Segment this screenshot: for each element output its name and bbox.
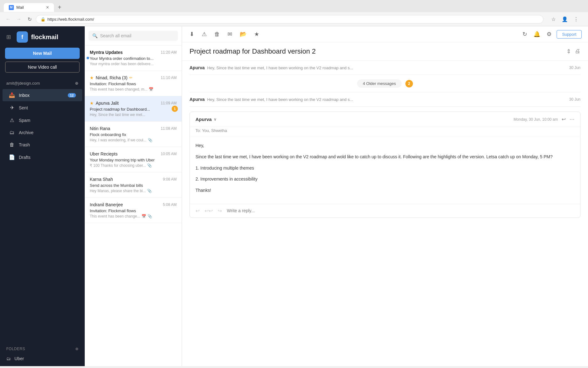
sidebar-item-inbox[interactable]: 📥 Inbox 12 (3, 89, 82, 101)
url-bar[interactable]: 🔒 https://web.flockmail.com/ (36, 15, 543, 24)
message-header: Apurva ∨ Monday, 30 Jun, 10:00 am ↩ ⋯ (190, 112, 580, 127)
tab-close-button[interactable]: × (46, 5, 49, 10)
archive-toolbar-icon[interactable]: ⬇ (188, 29, 195, 39)
email-item-header: Uber Reciepts 10:05 AM (90, 151, 177, 156)
sidebar-buttons: New Mail New Video call (0, 48, 85, 78)
search-box[interactable]: 🔍 (88, 31, 178, 41)
email-item[interactable]: Uber Reciepts 10:05 AM Your Monday morni… (85, 147, 182, 172)
email-sender: ★ Apurva Jalit (90, 101, 119, 106)
support-button[interactable]: Support (557, 30, 582, 39)
email-item[interactable]: ★ Apurva Jalit 11:09 AM Project roadmap … (85, 96, 182, 122)
email-time: 5:08 AM (163, 202, 177, 207)
refresh-toolbar-icon[interactable]: ↻ (521, 29, 528, 39)
email-item[interactable]: Karna Shah 9:08 AM Send across the Mumba… (85, 172, 182, 198)
tab-title: Mail (16, 5, 24, 10)
thread-summary-2: Apurva Hey, Since the last time we met, … (190, 92, 580, 107)
delete-toolbar-icon[interactable]: 🗑 (213, 30, 221, 39)
email-item[interactable]: Myntra Updates 11:20 AM Your Myntra orde… (85, 45, 182, 71)
sender-dropdown-icon[interactable]: ∨ (214, 117, 216, 122)
email-sender: Indranil Banerjee (90, 202, 123, 207)
nav-refresh-button[interactable]: ↻ (25, 15, 34, 24)
star-icon: ★ (90, 101, 94, 106)
email-subject: Send across the Mumbai bills (90, 183, 177, 188)
email-sender: Karna Shah (90, 177, 113, 182)
email-item[interactable]: Nitin Rana 11:08 AM Flock onboarding fix… (85, 122, 182, 147)
reply-icon[interactable]: ↩ (562, 116, 566, 122)
inbox-badge: 12 (68, 93, 76, 97)
folder-toolbar-icon[interactable]: 📂 (238, 29, 248, 39)
url-text: https://web.flockmail.com/ (47, 17, 94, 22)
reply-all-icon[interactable]: ↩↩ (205, 208, 213, 214)
folder-icon: 🗂 (6, 356, 11, 361)
forward-icon[interactable]: ↪ (218, 208, 222, 214)
email-item[interactable]: Indranil Banerjee 5:08 AM Invitation: Fl… (85, 198, 182, 223)
grid-icon[interactable]: ⊞ (6, 34, 11, 40)
sidebar-item-spam[interactable]: ⚠ Spam (3, 114, 82, 126)
bell-toolbar-icon[interactable]: 🔔 (532, 29, 542, 39)
nav-forward-button[interactable]: → (14, 15, 23, 24)
bookmark-button[interactable]: ☆ (549, 15, 558, 24)
new-video-button[interactable]: New Video call (5, 61, 80, 73)
email-preview: Hey, Since the last time we met... (90, 113, 177, 117)
sent-icon: ✈ (9, 105, 15, 111)
email-preview: Hey Manas, please share the bi... 📎 (90, 189, 177, 193)
settings-toolbar-icon[interactable]: ⚙ (545, 29, 553, 39)
mail-toolbar-icon[interactable]: ✉ (226, 29, 233, 39)
email-item-header: Nitin Rana 11:08 AM (90, 126, 177, 131)
edit-icon[interactable]: ✏ (129, 76, 132, 80)
sidebar-nav: 📥 Inbox 12 ✈ Sent ⚠ Spam 🗂 Archive 🗑 Tra… (0, 89, 85, 342)
older-messages-button[interactable]: 4 Older messages (357, 79, 402, 88)
add-folder-icon[interactable]: ⊕ (75, 347, 79, 351)
email-subject: Your Monday morning trip with Uber (90, 158, 177, 162)
sidebar-account: amit@jdesign.com ⊕ (0, 78, 85, 89)
email-subject: Project roadmap for Dashboard... (90, 107, 177, 112)
email-item[interactable]: ★ Ninad, Richa (3) ✏ 11:10 AM Invitation… (85, 71, 182, 96)
sidebar-item-trash[interactable]: 🗑 Trash (3, 139, 82, 151)
message-body-content: Since the last time we met, I have been … (195, 153, 575, 161)
search-input[interactable] (100, 33, 174, 38)
nav-back-button[interactable]: ← (4, 15, 13, 24)
email-detail: ⬇ ⚠ 🗑 ✉ 📂 ★ ↻ 🔔 ⚙ Support Project roadma… (182, 26, 588, 366)
more-options-icon[interactable]: ⋯ (569, 116, 575, 122)
drafts-label: Drafts (19, 155, 30, 160)
print-icon[interactable]: 🖨 (575, 48, 580, 55)
email-time: 10:05 AM (161, 152, 177, 156)
email-list: 🔍 Myntra Updates 11:20 AM Your Myntra or… (85, 26, 182, 366)
app: ⊞ f flockmail New Mail New Video call am… (0, 26, 588, 366)
folders-header: Folders ⊕ (6, 347, 78, 351)
thread-summary-left: Apurva Hey, Since the last time we met, … (190, 65, 353, 70)
subject-actions: ⇕ 🖨 (566, 48, 580, 55)
sidebar-logo: f (17, 31, 28, 43)
unread-dot (87, 57, 89, 59)
email-preview: Hey, I was wondering, if we coul... 📎 (90, 138, 177, 142)
thread-sender-name: Apurva (190, 65, 205, 70)
attachment-icon: 📎 (147, 214, 152, 218)
new-tab-button[interactable]: + (55, 3, 64, 12)
thread-preview-2: Hey, Since the last time we met, I have … (207, 97, 353, 102)
message-date: Monday, 30 Jun, 10:00 am (514, 117, 558, 122)
star-toolbar-icon[interactable]: ★ (253, 29, 260, 39)
folder-item-uber[interactable]: 🗂 Uber (6, 354, 78, 364)
profile-button[interactable]: 👤 (560, 15, 569, 24)
star-icon: ★ (90, 75, 94, 80)
spam-icon: ⚠ (9, 117, 15, 123)
email-subject-title: Project roadmap for Dashboard version 2 (190, 47, 316, 55)
alert-toolbar-icon[interactable]: ⚠ (200, 29, 208, 39)
menu-button[interactable]: ⋮ (572, 15, 580, 24)
email-preview: This event has been change... 📅 📎 (90, 214, 177, 218)
sidebar-item-drafts[interactable]: 📄 Drafts (3, 151, 82, 163)
new-mail-button[interactable]: New Mail (5, 48, 80, 59)
message-body-item1: 1. Introducing multiple themes (195, 165, 575, 172)
browser-tab-mail[interactable]: M Mail × (4, 3, 54, 12)
reply-left-icon[interactable]: ↩ (195, 208, 200, 214)
message-body: Hey, Since the last time we met, I have … (190, 136, 580, 204)
message-body-item2: 2. Improvements in accessibility (195, 176, 575, 183)
browser-tabs: M Mail × + (4, 3, 584, 12)
reply-input[interactable] (227, 208, 575, 213)
message-body-greeting: Hey, (195, 142, 575, 150)
collapse-icon[interactable]: ⇕ (566, 48, 571, 55)
account-chevron-icon[interactable]: ⊕ (75, 81, 78, 86)
sidebar-item-sent[interactable]: ✈ Sent (3, 102, 82, 114)
email-items: Myntra Updates 11:20 AM Your Myntra orde… (85, 45, 182, 366)
sidebar-item-archive[interactable]: 🗂 Archive (3, 127, 82, 139)
